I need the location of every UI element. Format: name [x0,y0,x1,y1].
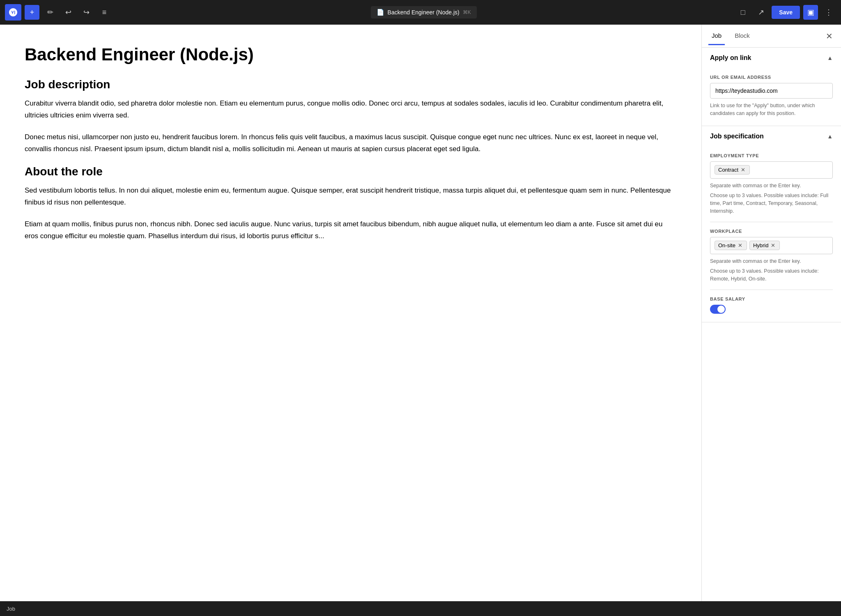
keyboard-shortcut: ⌘K [463,9,471,15]
employment-type-helper1: Separate with commas or the Enter key. [710,182,833,190]
employment-type-input[interactable]: Contract ✕ [710,161,833,179]
workplace-tag-hybrid: Hybrid ✕ [749,241,780,250]
paragraph-3: Sed vestibulum lobortis tellus. In non d… [25,185,677,209]
tag-label: On-site [718,242,735,248]
apply-on-link-section: Apply on link ▲ URL OR EMAIL ADDRESS Lin… [702,48,841,126]
undo-button[interactable]: ↩ [61,5,76,20]
url-email-helper: Link to use for the "Apply" button, unde… [710,102,833,117]
external-link-button[interactable]: ↗ [754,5,768,20]
apply-on-link-title: Apply on link [710,54,751,62]
more-options-button[interactable]: ⋮ [821,5,836,20]
job-specification-header[interactable]: Job specification ▲ [702,126,841,147]
doc-title-bar[interactable]: 📄 Backend Engineer (Node.js) ⌘K [371,6,477,18]
sidebar-close-button[interactable]: ✕ [824,30,834,43]
base-salary-row [710,305,833,314]
paragraph-4: Etiam at quam mollis, finibus purus non,… [25,218,677,242]
workplace-tag-onsite: On-site ✕ [715,241,747,250]
bottom-bar: Job [0,601,841,616]
post-title[interactable]: Backend Engineer (Node.js) [25,44,677,65]
paragraph-2: Donec metus nisi, ullamcorper non justo … [25,131,677,155]
sidebar-header: Job Block ✕ [702,25,841,48]
sidebar-content: Apply on link ▲ URL OR EMAIL ADDRESS Lin… [702,48,841,601]
desktop-view-button[interactable]: □ [735,5,750,20]
workplace-input[interactable]: On-site ✕ Hybrid ✕ [710,237,833,254]
employment-type-label: EMPLOYMENT TYPE [710,153,833,158]
job-specification-title: Job specification [710,133,764,140]
apply-on-link-header[interactable]: Apply on link ▲ [702,48,841,68]
toolbar: + ✏ ↩ ↪ ≡ 📄 Backend Engineer (Node.js) ⌘… [0,0,841,25]
employment-type-helper2: Choose up to 3 values. Possible values i… [710,192,833,215]
remove-onsite-tag-button[interactable]: ✕ [737,243,743,248]
base-salary-label: BASE SALARY [710,297,833,301]
redo-button[interactable]: ↪ [79,5,94,20]
paragraph-1: Curabitur viverra blandit odio, sed phar… [25,98,677,122]
workplace-label: WORKPLACE [710,229,833,234]
job-specification-body: EMPLOYMENT TYPE Contract ✕ Separate with… [702,153,841,322]
remove-hybrid-tag-button[interactable]: ✕ [770,243,776,248]
workplace-helper1: Separate with commas or the Enter key. [710,257,833,265]
bottom-bar-label: Job [7,606,15,612]
toolbar-right: □ ↗ Save ▣ ⋮ [735,5,836,20]
divider-1 [710,222,833,222]
base-salary-toggle[interactable] [710,305,726,314]
add-button[interactable]: + [25,5,39,20]
tab-block[interactable]: Block [731,27,753,45]
section-heading-job-description: Job description [25,78,677,91]
save-button[interactable]: Save [772,6,800,19]
editor-area[interactable]: Backend Engineer (Node.js) Job descripti… [0,25,701,601]
main-layout: Backend Engineer (Node.js) Job descripti… [0,25,841,601]
toolbar-center: 📄 Backend Engineer (Node.js) ⌘K [115,6,732,18]
tag-label: Hybrid [753,242,769,248]
job-specification-chevron-icon: ▲ [827,133,833,140]
job-specification-section: Job specification ▲ EMPLOYMENT TYPE Cont… [702,126,841,322]
right-sidebar: Job Block ✕ Apply on link ▲ URL OR EMAIL… [701,25,841,601]
sidebar-toggle-button[interactable]: ▣ [803,5,818,20]
tab-job[interactable]: Job [708,27,725,45]
url-email-label: URL OR EMAIL ADDRESS [710,75,833,80]
tag-label: Contract [718,167,738,173]
edit-button[interactable]: ✏ [43,5,57,20]
apply-on-link-body: URL OR EMAIL ADDRESS Link to use for the… [702,75,841,126]
url-email-input[interactable] [710,83,833,99]
doc-title: Backend Engineer (Node.js) [388,9,460,16]
apply-on-link-chevron-icon: ▲ [827,55,833,61]
section-heading-about-role: About the role [25,165,677,178]
remove-contract-tag-button[interactable]: ✕ [740,167,746,172]
divider-2 [710,290,833,290]
workplace-helper2: Choose up to 3 values. Possible values i… [710,267,833,283]
employment-type-tag-contract: Contract ✕ [715,165,750,175]
list-button[interactable]: ≡ [97,5,112,20]
wp-logo[interactable] [5,4,21,21]
